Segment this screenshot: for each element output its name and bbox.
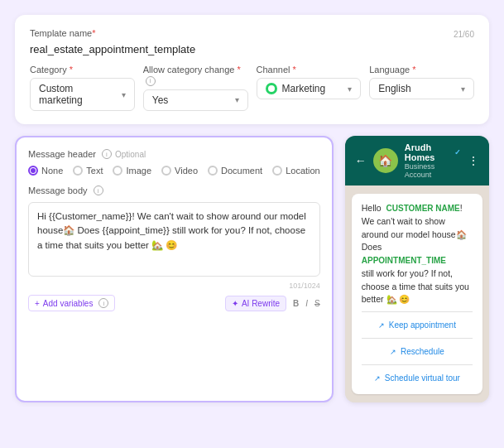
radio-image[interactable]: Image bbox=[113, 166, 151, 176]
contact-info: Arudh Homes ✓ Business Account bbox=[405, 142, 461, 179]
contact-name: Arudh Homes ✓ bbox=[405, 142, 461, 162]
fields-row: Category * Custom marketing ▾ Allow cate… bbox=[30, 65, 474, 111]
bubble-text3: still work for you? If not, choose a tim… bbox=[362, 268, 469, 305]
template-name-label: Template name* bbox=[30, 28, 447, 38]
radio-document-label: Document bbox=[221, 166, 262, 176]
radio-video[interactable]: Video bbox=[161, 166, 198, 176]
radio-text-circle bbox=[73, 166, 83, 176]
category-label: Category * bbox=[30, 65, 135, 75]
radio-none-circle bbox=[28, 166, 38, 176]
field-allow-change: Allow category change * i Yes ▾ bbox=[143, 65, 248, 111]
virtual-tour-label: Schedule virtual tour bbox=[385, 373, 460, 383]
whatsapp-icon bbox=[266, 83, 277, 94]
avatar-icon: 🏠 bbox=[378, 154, 392, 167]
action-keep[interactable]: ↗ Keep appointment bbox=[362, 317, 473, 333]
bubble-text2: We can't wait to show around our model h… bbox=[362, 216, 467, 253]
more-icon[interactable]: ⋮ bbox=[468, 154, 479, 167]
message-body-label-row: Message body i bbox=[28, 185, 320, 195]
italic-icon[interactable]: I bbox=[305, 299, 308, 308]
category-value: Custom marketing bbox=[39, 83, 118, 106]
allow-change-value: Yes bbox=[152, 94, 232, 106]
radio-video-label: Video bbox=[175, 166, 198, 176]
verified-icon: ✓ bbox=[454, 148, 461, 157]
language-chevron: ▾ bbox=[461, 84, 465, 94]
radio-location-circle bbox=[272, 166, 282, 176]
radio-location-label: Location bbox=[286, 166, 320, 176]
add-variables-button[interactable]: + Add variables i bbox=[28, 295, 115, 311]
keep-icon: ↗ bbox=[378, 321, 385, 330]
divider-3 bbox=[362, 364, 473, 365]
action-reschedule[interactable]: ↗ Reschedule bbox=[362, 344, 473, 359]
language-value: English bbox=[378, 83, 458, 94]
field-category: Category * Custom marketing ▾ bbox=[30, 65, 135, 111]
hello-text: Hello bbox=[362, 203, 382, 213]
body-info-icon[interactable]: i bbox=[94, 185, 103, 195]
chat-area: Hello CUSTOMER NAME! We can't wait to sh… bbox=[345, 185, 489, 402]
field-language: Language * English ▾ bbox=[369, 65, 474, 111]
header-info-icon[interactable]: i bbox=[102, 149, 112, 159]
language-select[interactable]: English ▾ bbox=[369, 78, 474, 99]
bubble-text: Hello CUSTOMER NAME! We can't wait to sh… bbox=[362, 202, 473, 306]
allow-change-chevron: ▾ bbox=[235, 95, 239, 104]
bottom-section: Message header i Optional None Text Im bbox=[15, 136, 489, 402]
channel-label: Channel * bbox=[257, 65, 362, 75]
header-label: Message header bbox=[28, 149, 96, 159]
toolbar-right: ✦ AI Rewrite B I S bbox=[225, 296, 320, 311]
radio-text-label: Text bbox=[86, 166, 103, 176]
radio-text[interactable]: Text bbox=[73, 166, 103, 176]
keep-label: Keep appointment bbox=[389, 320, 456, 330]
reschedule-icon: ↗ bbox=[390, 348, 396, 356]
info-icon[interactable]: i bbox=[146, 76, 156, 86]
right-panel: ← 🏠 Arudh Homes ✓ Business Account ⋮ Hel… bbox=[345, 136, 489, 402]
radio-none[interactable]: None bbox=[28, 166, 63, 176]
channel-value: Marketing bbox=[282, 83, 345, 94]
radio-document[interactable]: Document bbox=[208, 166, 262, 176]
left-panel: Message header i Optional None Text Im bbox=[15, 136, 334, 402]
optional-badge: Optional bbox=[115, 150, 146, 159]
top-card: Template name* 21/60 Category * Custom m… bbox=[15, 15, 489, 124]
radio-image-label: Image bbox=[126, 166, 151, 176]
channel-chevron: ▾ bbox=[348, 84, 352, 94]
radio-row: None Text Image Video Document bbox=[28, 166, 320, 176]
body-char-count: 101/1024 bbox=[28, 282, 320, 290]
exclamation: ! bbox=[460, 203, 463, 213]
divider-1 bbox=[362, 311, 473, 312]
action-virtual-tour[interactable]: ↗ Schedule virtual tour bbox=[362, 370, 473, 386]
ai-rewrite-button[interactable]: ✦ AI Rewrite bbox=[225, 296, 286, 311]
radio-location[interactable]: Location bbox=[272, 166, 320, 176]
channel-select[interactable]: Marketing ▾ bbox=[257, 78, 362, 99]
radio-none-dot bbox=[31, 168, 36, 173]
radio-document-circle bbox=[208, 166, 218, 176]
add-vars-info[interactable]: i bbox=[98, 298, 108, 308]
divider-2 bbox=[362, 338, 473, 339]
category-select[interactable]: Custom marketing ▾ bbox=[30, 78, 135, 111]
phone-header: ← 🏠 Arudh Homes ✓ Business Account ⋮ bbox=[345, 136, 489, 185]
customer-name-highlight: CUSTOMER NAME bbox=[386, 204, 460, 213]
body-textarea[interactable]: Hi {{Customer_name}}! We can't wait to s… bbox=[28, 202, 320, 277]
textarea-footer: + Add variables i ✦ AI Rewrite B I S bbox=[28, 295, 320, 311]
avatar: 🏠 bbox=[373, 148, 398, 173]
contact-sub: Business Account bbox=[405, 162, 461, 179]
strikethrough-icon[interactable]: S bbox=[314, 299, 320, 308]
virtual-tour-icon: ↗ bbox=[374, 374, 381, 383]
bold-icon[interactable]: B bbox=[293, 299, 299, 308]
message-bubble: Hello CUSTOMER NAME! We can't wait to sh… bbox=[352, 194, 482, 394]
template-name-input[interactable] bbox=[30, 43, 447, 55]
char-count: 21/60 bbox=[454, 28, 474, 39]
reschedule-label: Reschedule bbox=[401, 347, 444, 356]
allow-change-select[interactable]: Yes ▾ bbox=[143, 89, 248, 111]
body-label: Message body bbox=[28, 185, 88, 195]
radio-video-circle bbox=[161, 166, 171, 176]
field-channel: Channel * Marketing ▾ bbox=[257, 65, 362, 111]
category-chevron: ▾ bbox=[122, 90, 126, 99]
radio-image-circle bbox=[113, 166, 122, 176]
appointment-time-highlight: APPOINTMENT_TIME bbox=[362, 256, 446, 265]
language-label: Language * bbox=[369, 65, 474, 75]
radio-none-label: None bbox=[41, 166, 63, 176]
back-arrow-icon[interactable]: ← bbox=[355, 154, 367, 167]
allow-change-label: Allow category change * i bbox=[143, 65, 248, 86]
message-body-section: Message body i Hi {{Customer_name}}! We … bbox=[28, 185, 320, 311]
message-header-section: Message header i Optional bbox=[28, 149, 320, 159]
